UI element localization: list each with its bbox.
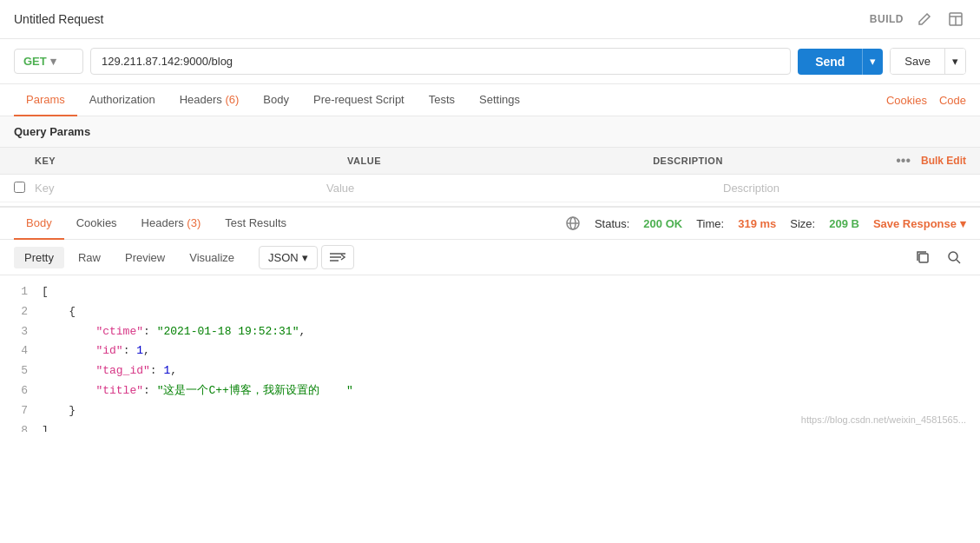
tab-settings[interactable]: Settings — [467, 84, 532, 116]
response-meta: Status: 200 OK Time: 319 ms Size: 209 B … — [565, 215, 966, 231]
save-button-group: Save ▾ — [890, 48, 966, 75]
tab-headers[interactable]: Headers (6) — [168, 84, 252, 116]
code-viewer: 1[2 {3 "ctime": "2021-01-18 19:52:31",4 … — [0, 275, 980, 432]
build-label: BUILD — [870, 13, 904, 25]
watermark: https://blog.csdn.net/weixin_4581565... — [801, 414, 966, 425]
param-key-input[interactable] — [35, 178, 326, 198]
svg-line-11 — [957, 260, 960, 263]
tab-authorization[interactable]: Authorization — [77, 84, 168, 116]
code-link[interactable]: Code — [939, 94, 966, 107]
title-bar: Untitled Request BUILD — [0, 0, 980, 39]
request-tabs: Params Authorization Headers (6) Body Pr… — [0, 84, 980, 116]
save-response-chevron-icon: ▾ — [960, 217, 966, 230]
response-tab-test-results[interactable]: Test Results — [213, 208, 299, 240]
format-right-actions — [911, 245, 966, 269]
copy-icon[interactable] — [911, 245, 935, 269]
tab-body[interactable]: Body — [251, 84, 301, 116]
tab-params[interactable]: Params — [14, 84, 77, 116]
url-input[interactable] — [90, 48, 791, 75]
status-label: Status: — [595, 217, 629, 230]
response-tabs: Body Cookies Headers (3) Test Results St… — [0, 208, 980, 240]
wrap-icon — [329, 250, 346, 264]
save-response-button[interactable]: Save Response ▾ — [873, 217, 966, 230]
cookies-link[interactable]: Cookies — [886, 94, 927, 107]
param-value-input[interactable] — [326, 178, 723, 198]
method-chevron-icon: ▾ — [50, 55, 56, 68]
method-selector[interactable]: GET ▾ — [14, 49, 83, 74]
svg-point-10 — [949, 252, 957, 261]
json-chevron-icon: ▾ — [302, 251, 308, 264]
params-header-actions: ••• Bulk Edit — [896, 153, 966, 169]
format-tab-preview[interactable]: Preview — [115, 247, 175, 268]
send-button-group: Send ▾ — [798, 49, 883, 75]
json-label: JSON — [268, 251, 299, 264]
tab-right-actions: Cookies Code — [886, 94, 966, 107]
size-value: 209 B — [829, 217, 859, 230]
json-format-selector[interactable]: JSON ▾ — [259, 246, 318, 269]
title-bar-actions: BUILD — [870, 9, 966, 30]
save-button[interactable]: Save — [891, 49, 944, 74]
status-value: 200 OK — [643, 217, 682, 230]
code-line: 4 "id": 1, — [0, 341, 980, 361]
params-table: KEY VALUE DESCRIPTION ••• Bulk Edit — [0, 148, 980, 202]
send-button[interactable]: Send — [798, 49, 862, 75]
layout-icon[interactable] — [945, 9, 966, 30]
code-line: 5 "tag_id": 1, — [0, 361, 980, 381]
params-header: KEY VALUE DESCRIPTION ••• Bulk Edit — [0, 148, 980, 175]
code-line: 6 "title": "这是一个C++博客，我新设置的 " — [0, 381, 980, 401]
response-section: Body Cookies Headers (3) Test Results St… — [0, 206, 980, 432]
key-column-header: KEY — [35, 156, 347, 166]
save-dropdown-button[interactable]: ▾ — [944, 49, 965, 74]
param-row-empty — [0, 175, 980, 202]
svg-rect-9 — [919, 254, 928, 262]
time-label: Time: — [696, 217, 724, 230]
url-bar: GET ▾ Send ▾ Save ▾ — [0, 39, 980, 84]
search-icon[interactable] — [942, 245, 966, 269]
bulk-edit-button[interactable]: Bulk Edit — [921, 155, 966, 167]
format-tab-visualize[interactable]: Visualize — [179, 247, 245, 268]
tab-tests[interactable]: Tests — [417, 84, 467, 116]
edit-icon[interactable] — [914, 9, 935, 30]
value-column-header: VALUE — [347, 156, 653, 166]
more-options-icon[interactable]: ••• — [896, 153, 911, 169]
time-value: 319 ms — [738, 217, 776, 230]
code-line: 1[ — [0, 282, 980, 302]
description-column-header: DESCRIPTION — [653, 156, 896, 166]
globe-icon — [565, 215, 581, 231]
method-label: GET — [23, 55, 47, 68]
param-checkbox[interactable] — [14, 182, 25, 193]
wrap-button[interactable] — [321, 245, 354, 269]
save-response-label: Save Response — [873, 217, 957, 230]
size-label: Size: — [790, 217, 815, 230]
send-dropdown-button[interactable]: ▾ — [862, 49, 883, 75]
tab-prerequest[interactable]: Pre-request Script — [301, 84, 417, 116]
query-params-title: Query Params — [0, 116, 980, 148]
param-description-input[interactable] — [723, 178, 966, 198]
response-tab-headers[interactable]: Headers (3) — [129, 208, 214, 240]
format-tab-raw[interactable]: Raw — [68, 247, 111, 268]
format-tab-pretty[interactable]: Pretty — [14, 247, 64, 268]
page-title: Untitled Request — [14, 12, 104, 26]
code-line: 3 "ctime": "2021-01-18 19:52:31", — [0, 322, 980, 342]
response-tab-body[interactable]: Body — [14, 208, 64, 240]
code-line: 2 { — [0, 302, 980, 322]
response-tab-cookies[interactable]: Cookies — [64, 208, 129, 240]
format-bar: Pretty Raw Preview Visualize JSON ▾ — [0, 240, 980, 275]
